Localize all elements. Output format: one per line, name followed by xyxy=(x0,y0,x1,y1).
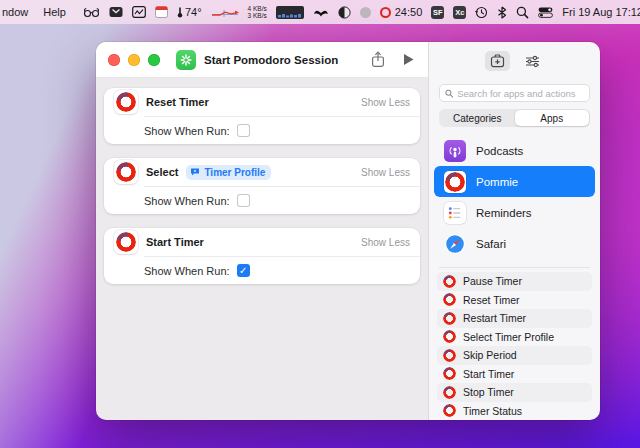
segment-apps[interactable]: Apps xyxy=(515,110,590,126)
inbox-icon[interactable] xyxy=(109,6,123,18)
action-item-skip-period[interactable]: Skip Period xyxy=(437,346,592,365)
thermometer-icon xyxy=(177,6,183,18)
action-library-tab[interactable] xyxy=(485,51,510,71)
sidebar-toolbar xyxy=(429,42,600,80)
action-label: Stop Timer xyxy=(463,386,514,398)
app-row-safari[interactable]: Safari xyxy=(434,228,595,259)
page-title: Start Pomodoro Session xyxy=(204,54,338,66)
action-label: Start Timer xyxy=(463,368,514,380)
sparkline-icon[interactable] xyxy=(211,6,239,18)
shortcuts-app-icon xyxy=(176,50,196,70)
sf-symbols-icon[interactable]: SF xyxy=(431,6,444,19)
sidebar-divider xyxy=(439,267,590,268)
action-item-reset-timer[interactable]: Reset Timer xyxy=(437,291,592,310)
menu-item-window[interactable]: ndow xyxy=(2,6,28,18)
weather-item[interactable]: 74° xyxy=(177,6,202,18)
pommie-ring-icon xyxy=(443,293,456,306)
param-label: Show When Run: xyxy=(144,265,230,277)
pommie-app-icon xyxy=(114,160,138,184)
gray-dot-icon[interactable] xyxy=(360,7,371,18)
action-label: Pause Timer xyxy=(463,275,522,287)
control-center-icon[interactable] xyxy=(538,7,553,18)
show-less-button[interactable]: Show Less xyxy=(361,167,410,178)
segment-categories[interactable]: Categories xyxy=(440,110,515,126)
title-bar: Start Pomodoro Session xyxy=(96,42,428,78)
pommie-ring-icon xyxy=(443,312,456,325)
param-label: Show When Run: xyxy=(144,125,230,137)
bluetooth-icon[interactable] xyxy=(497,6,507,19)
app-name: Pommie xyxy=(476,176,518,188)
action-title: Start Timer xyxy=(146,236,204,248)
app-row-podcasts[interactable]: Podcasts xyxy=(434,135,595,166)
reminders-app-icon xyxy=(444,202,466,224)
time-machine-icon[interactable] xyxy=(475,6,488,19)
safari-app-icon xyxy=(444,233,466,255)
bartender-icon[interactable] xyxy=(313,7,329,18)
pommie-ring-icon xyxy=(443,386,456,399)
pommie-app-icon xyxy=(114,90,138,114)
show-less-button[interactable]: Show Less xyxy=(361,237,410,248)
run-button[interactable] xyxy=(401,51,416,68)
app-row-reminders[interactable]: Reminders xyxy=(434,197,595,228)
shortcut-details-tab[interactable] xyxy=(520,52,545,71)
show-when-run-checkbox[interactable] xyxy=(237,264,250,277)
action-item-stop-timer[interactable]: Stop Timer xyxy=(437,383,592,402)
menu-item-help[interactable]: Help xyxy=(43,6,66,18)
calendar-icon[interactable] xyxy=(155,6,168,18)
minimize-button[interactable] xyxy=(128,54,140,66)
sliders-icon xyxy=(525,55,540,68)
temperature-label: 74° xyxy=(185,6,202,18)
spotlight-icon[interactable] xyxy=(516,6,529,19)
library-segmented-control: Categories Apps xyxy=(439,109,590,127)
action-label: Select Timer Profile xyxy=(463,331,554,343)
pommie-ring-icon xyxy=(380,7,391,18)
action-label: Reset Timer xyxy=(463,294,520,306)
cpu-meter-icon[interactable] xyxy=(276,6,304,19)
search-field[interactable] xyxy=(439,84,590,102)
menu-clock[interactable]: Fri 19 Aug 17:12 xyxy=(562,6,640,18)
search-icon xyxy=(445,89,453,98)
action-card-start-timer[interactable]: Start Timer Show Less Show When Run: xyxy=(104,228,420,284)
pommie-ring-icon xyxy=(443,275,456,288)
network-up-label: 4 KB/s xyxy=(248,5,267,12)
editor-pane: Start Pomodoro Session Reset Timer Show … xyxy=(96,42,428,420)
actions-list: Pause Timer Reset Timer Restart Timer Se… xyxy=(429,272,600,420)
action-item-select-timer-profile[interactable]: Select Timer Profile xyxy=(437,328,592,347)
pommie-app-icon xyxy=(114,230,138,254)
pommie-app-icon xyxy=(444,171,466,193)
action-label: Restart Timer xyxy=(463,312,526,324)
xcode-icon[interactable]: Xc xyxy=(453,6,466,19)
glasses-icon[interactable] xyxy=(83,7,100,18)
search-input[interactable] xyxy=(457,88,584,99)
zoom-button[interactable] xyxy=(148,54,160,66)
action-item-restart-timer[interactable]: Restart Timer xyxy=(437,309,592,328)
action-item-start-timer[interactable]: Start Timer xyxy=(437,365,592,384)
share-button[interactable] xyxy=(369,49,387,70)
podcasts-app-icon xyxy=(444,140,466,162)
param-label: Show When Run: xyxy=(144,195,230,207)
pommie-menu-item[interactable]: 24:50 xyxy=(380,6,423,18)
network-speed-item[interactable]: 4 KB/s 3 KB/s xyxy=(248,5,267,19)
show-when-run-checkbox[interactable] xyxy=(237,124,250,137)
action-item-timer-status[interactable]: Timer Status xyxy=(437,402,592,421)
action-title: Select xyxy=(146,166,178,178)
pommie-ring-icon xyxy=(443,367,456,380)
action-card-reset-timer[interactable]: Reset Timer Show Less Show When Run: xyxy=(104,88,420,144)
shortcuts-window: Start Pomodoro Session Reset Timer Show … xyxy=(96,42,600,420)
close-button[interactable] xyxy=(108,54,120,66)
pommie-ring-icon xyxy=(443,349,456,362)
show-less-button[interactable]: Show Less xyxy=(361,97,410,108)
action-title: Reset Timer xyxy=(146,96,209,108)
timer-profile-token[interactable]: Timer Profile xyxy=(186,165,271,180)
play-icon xyxy=(403,53,414,66)
app-row-pommie[interactable]: Pommie xyxy=(434,166,595,197)
show-when-run-checkbox[interactable] xyxy=(237,194,250,207)
network-down-label: 3 KB/s xyxy=(248,12,267,19)
apps-list: Podcasts Pommie Reminders Safari xyxy=(429,135,600,259)
action-label: Timer Status xyxy=(463,405,522,417)
action-card-select-timer-profile[interactable]: Select Timer Profile Show Less Show When… xyxy=(104,158,420,214)
app-name: Safari xyxy=(476,238,506,250)
contrast-icon[interactable] xyxy=(338,6,351,19)
action-item-pause-timer[interactable]: Pause Timer xyxy=(437,272,592,291)
stats-icon[interactable] xyxy=(132,6,146,18)
